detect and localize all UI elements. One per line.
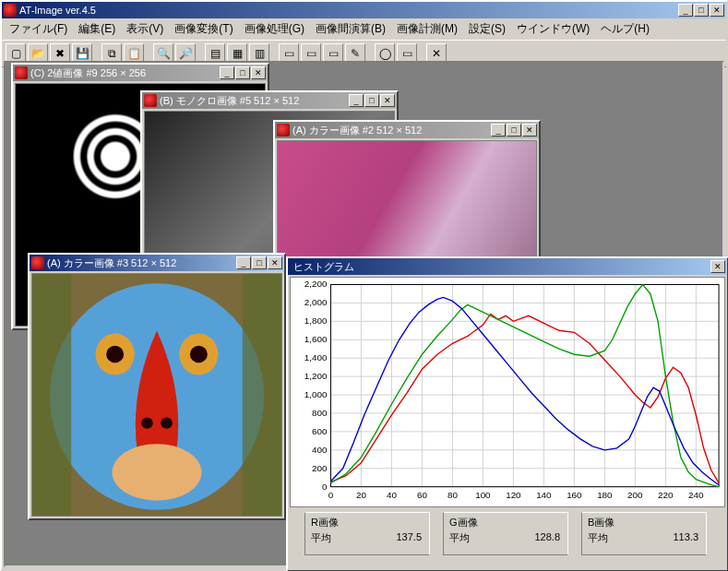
image-view — [31, 273, 282, 517]
menu-bar: ファイル(F) 編集(E) 表示(V) 画像変換(T) 画像処理(G) 画像間演… — [2, 18, 726, 40]
svg-text:0: 0 — [328, 490, 334, 500]
svg-text:800: 800 — [312, 408, 328, 418]
mean-value: 113.3 — [673, 531, 698, 545]
menu-help[interactable]: ヘルプ(H) — [595, 20, 655, 38]
svg-text:1,400: 1,400 — [304, 352, 328, 363]
svg-text:220: 220 — [658, 490, 674, 500]
minimize-button[interactable]: _ — [220, 66, 234, 79]
svg-text:20: 20 — [356, 490, 366, 500]
maximize-button[interactable]: □ — [252, 256, 267, 269]
svg-text:400: 400 — [312, 445, 328, 455]
close-button[interactable]: ✕ — [710, 260, 725, 273]
child-titlebar[interactable]: (A) カラー画像 #2 512 × 512 _ □ ✕ — [275, 122, 539, 138]
close-button[interactable]: ✕ — [251, 66, 266, 79]
svg-text:160: 160 — [567, 490, 582, 500]
child-titlebar[interactable]: (B) モノクロ画像 #5 512 × 512 _ □ ✕ — [142, 92, 397, 109]
svg-point-7 — [141, 418, 153, 429]
svg-text:1,200: 1,200 — [304, 371, 328, 381]
minimize-button[interactable]: _ — [491, 124, 506, 137]
child-titlebar[interactable]: (A) カラー画像 #3 512 × 512 _ □ ✕ — [30, 255, 284, 271]
child-title: (A) カラー画像 #3 512 × 512 — [47, 256, 236, 270]
svg-point-6 — [112, 444, 201, 500]
stats-g-label: G画像 — [449, 516, 560, 529]
svg-text:2,000: 2,000 — [304, 297, 328, 307]
menu-edit[interactable]: 編集(E) — [73, 20, 121, 38]
mdi-area: (C) 2値画像 #9 256 × 256 _ □ ✕ (B) モノクロ画像 #… — [4, 61, 724, 567]
svg-text:600: 600 — [312, 426, 328, 436]
menu-between[interactable]: 画像間演算(B) — [310, 20, 391, 38]
svg-text:0: 0 — [322, 482, 328, 492]
stats-g: G画像 平均128.8 — [443, 512, 568, 555]
svg-point-3 — [106, 346, 124, 363]
mean-label: 平均 — [311, 531, 331, 545]
svg-point-5 — [190, 346, 208, 363]
svg-text:140: 140 — [536, 490, 552, 500]
child-title: (B) モノクロ画像 #5 512 × 512 — [160, 94, 349, 108]
histogram-window[interactable]: ヒストグラム ✕ 02004006008001,0001,2001,4001,6… — [286, 256, 728, 571]
maximize-button[interactable]: □ — [694, 4, 709, 17]
app-window: AT-Image ver.4.5 _ □ ✕ ファイル(F) 編集(E) 表示(… — [0, 0, 728, 571]
doc-icon — [277, 124, 290, 137]
child-title: (A) カラー画像 #2 512 × 512 — [292, 124, 491, 137]
minimize-button[interactable]: _ — [236, 256, 251, 269]
menu-view[interactable]: 表示(V) — [121, 20, 169, 38]
svg-text:1,000: 1,000 — [304, 389, 328, 399]
mean-value: 128.8 — [534, 531, 560, 545]
svg-text:2,200: 2,200 — [304, 279, 328, 289]
close-button[interactable]: ✕ — [522, 124, 537, 137]
mean-value: 137.5 — [396, 531, 422, 545]
close-button[interactable]: ✕ — [268, 256, 282, 269]
svg-text:1,600: 1,600 — [304, 334, 328, 344]
stats-r: R画像 平均137.5 — [304, 512, 430, 555]
child-titlebar[interactable]: (C) 2値画像 #9 256 × 256 _ □ ✕ — [13, 65, 268, 81]
doc-icon — [144, 94, 157, 107]
app-titlebar[interactable]: AT-Image ver.4.5 _ □ ✕ — [2, 2, 726, 18]
stats-row: R画像 平均137.5 G画像 平均128.8 B画像 平均113.3 — [288, 509, 727, 555]
doc-icon — [15, 66, 28, 79]
svg-text:80: 80 — [448, 490, 458, 500]
stats-b: B画像 平均113.3 — [581, 512, 707, 555]
stats-r-label: R画像 — [311, 516, 422, 529]
menu-file[interactable]: ファイル(F) — [4, 20, 73, 38]
child-title: ヒストグラム — [290, 260, 710, 274]
menu-process[interactable]: 画像処理(G) — [239, 20, 310, 38]
child-titlebar[interactable]: ヒストグラム ✕ — [288, 258, 727, 275]
svg-rect-10 — [243, 274, 281, 516]
mean-label: 平均 — [588, 531, 608, 545]
doc-icon — [31, 256, 44, 269]
app-title: AT-Image ver.4.5 — [19, 5, 678, 16]
minimize-button[interactable]: _ — [678, 4, 693, 17]
child-title: (C) 2値画像 #9 256 × 256 — [30, 66, 220, 80]
child-window-color-3[interactable]: (A) カラー画像 #3 512 × 512 _ □ ✕ — [28, 253, 286, 520]
app-icon — [4, 4, 17, 17]
svg-rect-9 — [32, 274, 71, 516]
menu-window[interactable]: ウインドウ(W) — [511, 20, 595, 38]
svg-point-8 — [161, 418, 173, 429]
svg-text:120: 120 — [506, 490, 521, 500]
svg-text:40: 40 — [387, 490, 397, 500]
svg-text:1,800: 1,800 — [304, 315, 328, 326]
maximize-button[interactable]: □ — [235, 66, 250, 79]
svg-text:200: 200 — [627, 490, 643, 500]
histogram-chart: 02004006008001,0001,2001,4001,6001,8002,… — [290, 277, 725, 507]
menu-settings[interactable]: 設定(S) — [463, 20, 511, 38]
svg-text:240: 240 — [688, 490, 704, 500]
maximize-button[interactable]: □ — [507, 124, 521, 137]
menu-measure[interactable]: 画像計測(M) — [391, 20, 463, 38]
stats-b-label: B画像 — [588, 516, 698, 529]
svg-text:180: 180 — [597, 490, 613, 500]
close-button[interactable]: ✕ — [710, 4, 724, 17]
maximize-button[interactable]: □ — [364, 94, 379, 107]
svg-text:200: 200 — [312, 463, 328, 473]
close-button[interactable]: ✕ — [380, 94, 395, 107]
menu-convert[interactable]: 画像変換(T) — [169, 20, 238, 38]
svg-text:100: 100 — [475, 490, 491, 500]
mean-label: 平均 — [449, 531, 470, 545]
minimize-button[interactable]: _ — [349, 94, 364, 107]
svg-text:60: 60 — [417, 490, 427, 500]
